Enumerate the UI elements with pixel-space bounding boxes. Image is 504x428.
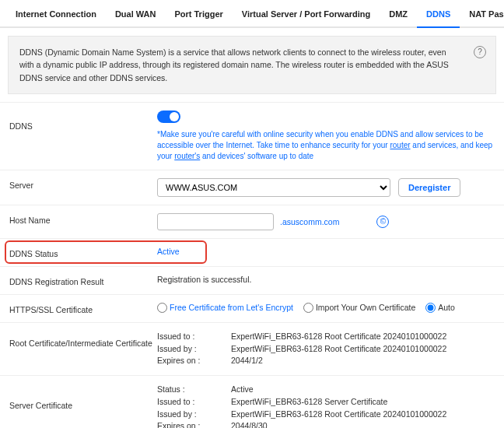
link-router[interactable]: router bbox=[390, 141, 410, 149]
tab-ddns[interactable]: DDNS bbox=[417, 0, 460, 28]
deregister-button[interactable]: Deregister bbox=[398, 178, 460, 197]
server-select[interactable]: WWW.ASUS.COM bbox=[157, 178, 390, 197]
hostname-label: Host Name bbox=[9, 213, 157, 225]
server-cert-status: Active bbox=[231, 384, 254, 396]
ddns-status-value: Active bbox=[157, 247, 180, 256]
info-box: DDNS (Dynamic Domain Name System) is a s… bbox=[8, 36, 496, 94]
tab-port-trigger[interactable]: Port Trigger bbox=[165, 0, 232, 28]
tab-dual-wan[interactable]: Dual WAN bbox=[106, 0, 166, 28]
server-cert-issued-to: ExpertWiFi_EBR63-6128 Server Certificate bbox=[231, 396, 387, 409]
row-registration-result: DDNS Registration Result Registration is… bbox=[0, 267, 504, 295]
tab-virtual-server[interactable]: Virtual Server / Port Forwarding bbox=[233, 0, 380, 28]
tab-internet-connection[interactable]: Internet Connection bbox=[6, 0, 106, 28]
hostname-suffix: .asuscomm.com bbox=[280, 217, 339, 226]
ddns-toggle[interactable] bbox=[157, 111, 180, 123]
row-https-cert: HTTPS/SSL Certificate Free Certificate f… bbox=[0, 295, 504, 323]
link-routers[interactable]: router's bbox=[174, 152, 200, 160]
row-hostname: Host Name .asuscomm.com © bbox=[0, 205, 504, 239]
copy-icon[interactable]: © bbox=[376, 216, 389, 228]
tabs-bar: Internet Connection Dual WAN Port Trigge… bbox=[0, 0, 504, 28]
https-cert-label: HTTPS/SSL Certificate bbox=[9, 303, 157, 314]
server-cert-label: Server Certificate bbox=[9, 384, 157, 410]
row-root-cert: Root Certificate/Intermediate Certificat… bbox=[0, 323, 504, 376]
row-server: Server WWW.ASUS.COM Deregister bbox=[0, 170, 504, 205]
tab-nat-passthrough[interactable]: NAT Passthrough bbox=[460, 0, 504, 28]
ddns-label: DDNS bbox=[9, 111, 157, 131]
radio-free[interactable]: Free Certificate from Let's Encrypt bbox=[157, 303, 293, 313]
row-server-cert: Server Certificate Status :Active Issued… bbox=[0, 376, 504, 428]
server-cert-expires: 2044/8/30 bbox=[231, 420, 268, 428]
row-ddns: DDNS *Make sure you're careful with onli… bbox=[0, 103, 504, 170]
radio-import[interactable]: Import Your Own Certificate bbox=[303, 303, 415, 313]
root-issued-by: ExpertWiFi_EBR63-6128 Root Certificate 2… bbox=[231, 343, 446, 356]
reg-label: DDNS Registration Result bbox=[9, 275, 157, 286]
root-expires: 2044/1/2 bbox=[231, 355, 263, 367]
radio-auto[interactable]: Auto bbox=[425, 303, 455, 313]
root-issued-to: ExpertWiFi_EBR63-6128 Root Certificate 2… bbox=[231, 331, 446, 343]
server-label: Server bbox=[9, 178, 157, 190]
reg-value: Registration is successful. bbox=[157, 275, 495, 284]
tab-dmz[interactable]: DMZ bbox=[380, 0, 417, 28]
hostname-input[interactable] bbox=[157, 213, 274, 230]
ddns-hint: *Make sure you're careful with online se… bbox=[157, 129, 495, 162]
server-cert-issued-by: ExpertWiFi_EBR63-6128 Root Certificate 2… bbox=[231, 409, 446, 421]
info-text: DDNS (Dynamic Domain Name System) is a s… bbox=[19, 46, 485, 84]
ddns-status-label: DDNS Status bbox=[9, 247, 157, 258]
root-cert-label: Root Certificate/Intermediate Certificat… bbox=[9, 331, 157, 348]
help-icon[interactable]: ? bbox=[474, 46, 486, 58]
row-ddns-status: DDNS Status Active bbox=[0, 239, 504, 267]
